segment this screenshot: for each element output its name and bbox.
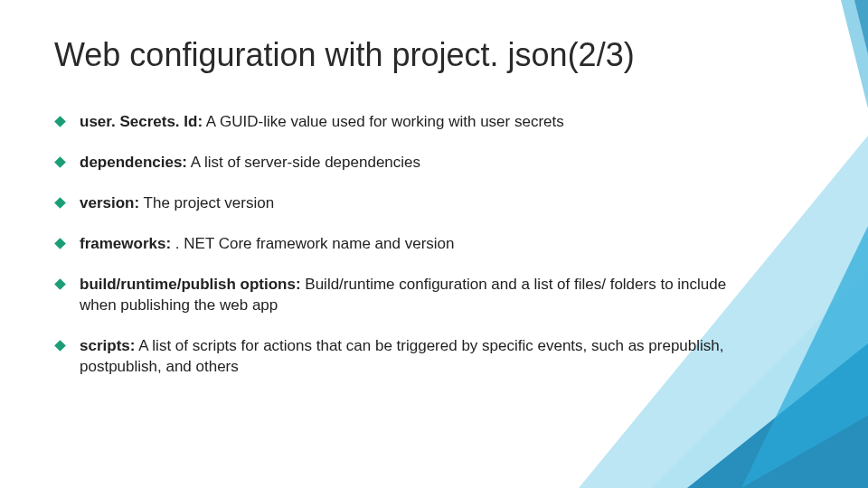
bullet-label: frameworks: [80, 235, 171, 252]
bullet-label: build/runtime/publish options: [80, 276, 301, 293]
list-item: dependencies: A list of server-side depe… [54, 153, 750, 174]
list-item: build/runtime/publish options: Build/run… [54, 275, 750, 316]
bullet-desc: . NET Core framework name and version [171, 235, 454, 252]
bullet-label: user. Secrets. Id: [80, 113, 203, 130]
bullet-icon [54, 278, 66, 290]
slide-content: Web configuration with project. json(2/3… [0, 0, 868, 378]
bullet-icon [54, 157, 66, 169]
list-item: frameworks: . NET Core framework name an… [54, 234, 750, 255]
bullet-desc: A GUID-like value used for working with … [203, 113, 564, 130]
bullet-desc: The project version [139, 194, 274, 211]
bullet-icon [54, 197, 66, 209]
bullet-label: dependencies: [80, 154, 187, 171]
bullet-icon [54, 340, 66, 352]
slide: Web configuration with project. json(2/3… [0, 0, 868, 488]
list-item: scripts: A list of scripts for actions t… [54, 336, 750, 378]
bullet-icon [54, 117, 66, 128]
bullet-desc: A list of scripts for actions that can b… [80, 337, 723, 375]
slide-title: Web configuration with project. json(2/3… [54, 36, 805, 74]
bullet-icon [54, 238, 66, 249]
bullet-list: user. Secrets. Id: A GUID-like value use… [54, 112, 750, 378]
list-item: version: The project version [54, 193, 750, 214]
bullet-label: scripts: [80, 337, 135, 354]
bullet-desc: A list of server-side dependencies [187, 154, 420, 171]
list-item: user. Secrets. Id: A GUID-like value use… [54, 112, 750, 133]
bullet-label: version: [80, 194, 139, 211]
